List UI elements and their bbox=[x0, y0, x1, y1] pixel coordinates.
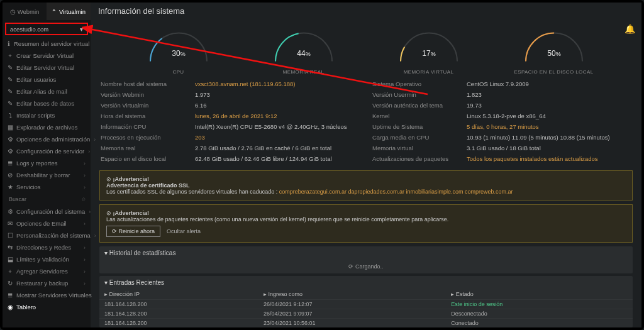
table-row: 181.164.128.20026/04/2021 9:12:07Este in… bbox=[99, 300, 633, 309]
hide-alert-link[interactable]: Ocultar alerta bbox=[167, 228, 201, 234]
nav-icon: ≣ bbox=[8, 160, 13, 167]
sidebar-item[interactable]: ★Servicios› bbox=[3, 181, 91, 193]
sidebar-item-label: Logs y reportes bbox=[16, 160, 57, 167]
alert-ssl-links[interactable]: compreberazategui.com.ar dapropiedades.c… bbox=[279, 189, 513, 195]
chevron-right-icon: › bbox=[84, 256, 86, 263]
main-content: Información del sistema 🔔 30%CPU44%MEMOR… bbox=[91, 3, 641, 327]
sidebar-item-label: Editar Servidor Virtual bbox=[16, 64, 74, 71]
sidebar-item[interactable]: ⊘Deshabilitar y borrar› bbox=[3, 169, 91, 181]
sidebar-item[interactable]: ☐Personalización del sistema› bbox=[3, 229, 91, 241]
info-value[interactable]: Todos los paquetes instalados están actu… bbox=[467, 155, 631, 162]
sidebar-item[interactable]: ⤵Instalar scripts bbox=[3, 109, 91, 121]
info-key: Nombre host del sistema bbox=[101, 80, 195, 87]
sidebar-item-label: Crear Servidor Virtual bbox=[16, 52, 74, 59]
col-login-as[interactable]: ▸ Ingreso como bbox=[258, 289, 446, 300]
nav-icon: + bbox=[8, 268, 13, 275]
info-row: Versión Webmin1.973 bbox=[101, 89, 360, 100]
info-value[interactable]: 5 días, 0 horas, 27 minutos bbox=[467, 123, 631, 130]
sidebar-item[interactable]: ◉Tablero bbox=[3, 301, 91, 313]
info-value[interactable]: lunes, 26 de abril de 2021 9:12 bbox=[195, 113, 360, 119]
col-state[interactable]: ▸ Estado bbox=[446, 289, 633, 300]
sidebar-item[interactable]: ⬓Límites y Validación› bbox=[3, 253, 91, 265]
bell-icon[interactable]: 🔔 bbox=[625, 24, 635, 34]
nav-icon: ▦ bbox=[8, 124, 13, 131]
gauges-row: 30%CPU44%MEMORIA REAL17%MEMORIA VIRTUAL5… bbox=[91, 19, 641, 75]
info-key: Espacio en el disco local bbox=[101, 155, 195, 162]
tab-webmin[interactable]: ◷ Webmin bbox=[3, 3, 47, 20]
sidebar-item[interactable]: +Crear Servidor Virtual bbox=[3, 50, 91, 62]
sidebar-item[interactable]: ⇆Direcciones y Redes› bbox=[3, 241, 91, 253]
table-row: 181.164.128.20023/04/2021 10:56:01Conect… bbox=[99, 319, 633, 328]
svg-text:17%: 17% bbox=[422, 49, 435, 58]
info-value[interactable]: vxsct308.avnam.net (181.119.65.188) bbox=[195, 80, 360, 87]
info-row: Versión Virtualmin6.16 bbox=[101, 100, 360, 111]
info-value: 19.73 bbox=[467, 102, 631, 109]
nav-icon: + bbox=[8, 52, 13, 59]
info-value: 10.93 (1 minuto) 11.09 (5 minutos) 10.88… bbox=[467, 134, 631, 141]
sidebar-item-label: Personalización del sistema bbox=[16, 232, 91, 239]
svg-text:50%: 50% bbox=[547, 49, 560, 58]
info-row: Hora del sistemalunes, 26 de abril de 20… bbox=[101, 111, 360, 121]
info-row: Versión auténtica del tema19.73 bbox=[372, 100, 631, 111]
reboot-button[interactable]: ⟳ Reinicie ahora bbox=[106, 226, 160, 237]
info-key: Memoria virtual bbox=[372, 145, 467, 151]
nav-icon: ⚙ bbox=[8, 148, 13, 155]
chevron-right-icon: › bbox=[84, 221, 86, 227]
nav-icon: ✎ bbox=[8, 88, 13, 95]
sidebar-item[interactable]: ✎Editar bases de datos bbox=[3, 97, 91, 109]
gauge: 50%ESPACIO EN EL DISCO LOCAL bbox=[504, 22, 604, 75]
col-ip[interactable]: ▸ Dirección IP bbox=[99, 289, 258, 300]
info-key: Actualizaciones de paquetes bbox=[372, 155, 467, 162]
info-value[interactable]: 203 bbox=[195, 134, 360, 141]
panel-stats-head[interactable]: ▾ Historial de estadísticas bbox=[99, 246, 633, 260]
sidebar-item[interactable]: ⚙Configuración del sistema› bbox=[3, 206, 91, 217]
info-value: Linux 5.3.18-2-pve de x86_64 bbox=[467, 113, 631, 119]
info-key: Versión auténtica del tema bbox=[372, 102, 467, 109]
sidebar-item-label: Direcciones y Redes bbox=[16, 244, 71, 251]
sidebar-item[interactable]: ✉Opciones de Email› bbox=[3, 217, 91, 229]
sidebar-item[interactable]: ℹResumen del servidor virtual bbox=[3, 38, 91, 50]
caret-down-icon: ▾ bbox=[80, 26, 83, 33]
sidebar-search[interactable]: ⌕ bbox=[3, 193, 91, 206]
sidebar-item[interactable]: ≣Logs y reportes› bbox=[3, 157, 91, 169]
info-row: Espacio en el disco local62.48 GiB usado… bbox=[101, 153, 360, 164]
info-row: Sistema OperativoCentOS Linux 7.9.2009 bbox=[372, 79, 631, 89]
info-key: Información CPU bbox=[101, 123, 195, 130]
sidebar-item[interactable]: ⚙Opciones de administración› bbox=[3, 133, 91, 145]
sidebar-item[interactable]: ✎Editar usuarios bbox=[3, 74, 91, 85]
sidebar-item-label: Límites y Validación bbox=[16, 256, 69, 263]
info-key: Versión Virtualmin bbox=[101, 102, 195, 109]
warn-icon: ⊘ bbox=[106, 210, 113, 216]
sidebar-item[interactable]: ✎Editar Alias de mail bbox=[3, 85, 91, 97]
gauge-label: ESPACIO EN EL DISCO LOCAL bbox=[514, 69, 593, 75]
info-key: Carga media en CPU bbox=[372, 134, 467, 141]
info-value: 1.823 bbox=[467, 91, 631, 98]
chevron-right-icon: › bbox=[84, 184, 86, 190]
sidebar-item[interactable]: ≣Mostrar Servidores Virtuales bbox=[3, 289, 91, 301]
chevron-right-icon: › bbox=[94, 136, 96, 143]
panel-logins-head[interactable]: ▾ Entradas Recientes bbox=[99, 276, 633, 289]
info-value: CentOS Linux 7.9.2009 bbox=[467, 80, 631, 87]
sidebar-item[interactable]: ▦Explorador de archivos bbox=[3, 121, 91, 133]
sidebar-item[interactable]: +Agregar Servidores› bbox=[3, 265, 91, 277]
chevron-right-icon: › bbox=[84, 245, 86, 251]
domain-select[interactable]: acestudio.com ▾ bbox=[5, 23, 88, 35]
info-value: 3.1 GiB usado / 18 GiB total bbox=[467, 145, 631, 151]
tab-virtualmin[interactable]: ⌄ Virtualmin bbox=[47, 3, 91, 20]
gauge-label: MEMORIA VIRTUAL bbox=[404, 69, 454, 75]
sidebar-item[interactable]: ⚙Configuración de servidor› bbox=[3, 145, 91, 157]
sidebar-item-label: Editar bases de datos bbox=[16, 100, 74, 107]
sidebar-item-label: Tablero bbox=[16, 304, 36, 311]
info-key: Versión Webmin bbox=[101, 91, 195, 98]
sidebar-item[interactable]: ✎Editar Servidor Virtual bbox=[3, 62, 91, 74]
nav-icon: ✎ bbox=[8, 64, 13, 71]
tab-virtualmin-label: Virtualmin bbox=[59, 8, 86, 15]
page-title: Información del sistema bbox=[91, 3, 641, 19]
sidebar-item-label: Mostrar Servidores Virtuales bbox=[16, 292, 92, 299]
chevron-right-icon: › bbox=[84, 172, 86, 179]
refresh-icon: ⟳ bbox=[112, 228, 119, 234]
search-input[interactable] bbox=[8, 195, 86, 203]
nav-icon: ✉ bbox=[8, 220, 13, 227]
sidebar-item[interactable]: ↻Restaurar y backup› bbox=[3, 277, 91, 289]
sidebar-item-label: Editar Alias de mail bbox=[16, 88, 67, 95]
